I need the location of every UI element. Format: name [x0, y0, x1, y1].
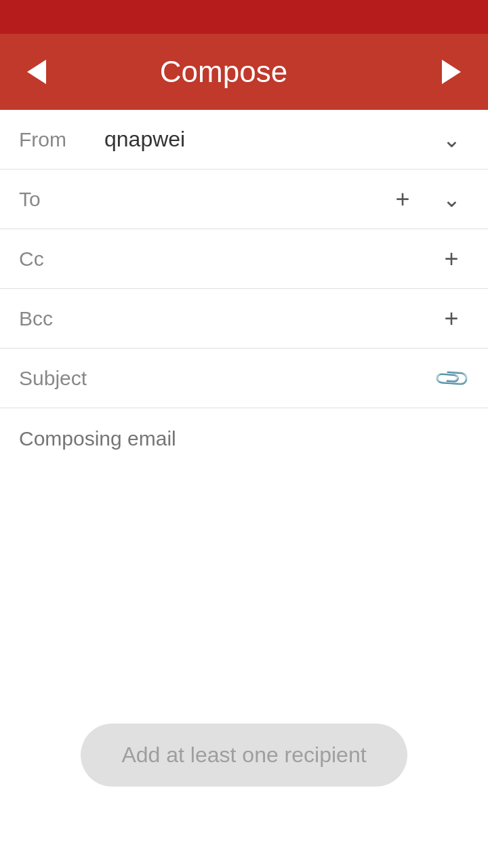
plus-icon: +	[444, 307, 458, 331]
from-value: qnapwei	[94, 127, 434, 152]
to-label: To	[19, 188, 94, 211]
row-actions-to: + ⌄	[385, 182, 469, 217]
subject-row: Subject 📎	[0, 349, 488, 408]
plus-icon: +	[444, 247, 458, 271]
to-dropdown-button[interactable]: ⌄	[434, 182, 469, 217]
from-label: From	[19, 128, 94, 151]
chevron-down-icon: ⌄	[443, 127, 461, 153]
chevron-down-icon: ⌄	[443, 186, 461, 212]
status-bar	[0, 0, 488, 34]
plus-icon: +	[395, 187, 409, 212]
subject-input[interactable]	[94, 366, 434, 391]
bcc-input[interactable]	[94, 306, 434, 331]
from-row: From qnapwei ⌄	[0, 110, 488, 170]
form-section: From qnapwei ⌄ To + ⌄ Cc + Bcc +	[0, 110, 488, 693]
send-button[interactable]	[431, 52, 472, 92]
bcc-add-button[interactable]: +	[434, 301, 469, 336]
attachment-icon: 📎	[432, 359, 471, 398]
send-icon	[442, 60, 461, 84]
toolbar: Compose	[0, 34, 488, 110]
cc-add-button[interactable]: +	[434, 241, 469, 277]
bottom-area: Add at least one recipient	[0, 710, 488, 800]
cc-row: Cc +	[0, 229, 488, 289]
bcc-row: Bcc +	[0, 289, 488, 349]
body-row	[0, 408, 488, 693]
cc-label: Cc	[19, 248, 94, 271]
attachment-button[interactable]: 📎	[434, 361, 469, 396]
body-input[interactable]	[19, 427, 469, 671]
add-recipient-button[interactable]: Add at least one recipient	[81, 724, 407, 787]
to-add-button[interactable]: +	[385, 182, 420, 217]
to-row: To + ⌄	[0, 170, 488, 229]
from-dropdown-button[interactable]: ⌄	[434, 122, 469, 157]
toolbar-title: Compose	[16, 55, 431, 89]
to-input[interactable]	[94, 186, 385, 212]
bcc-label: Bcc	[19, 307, 94, 330]
subject-label: Subject	[19, 367, 94, 390]
cc-input[interactable]	[94, 246, 434, 271]
